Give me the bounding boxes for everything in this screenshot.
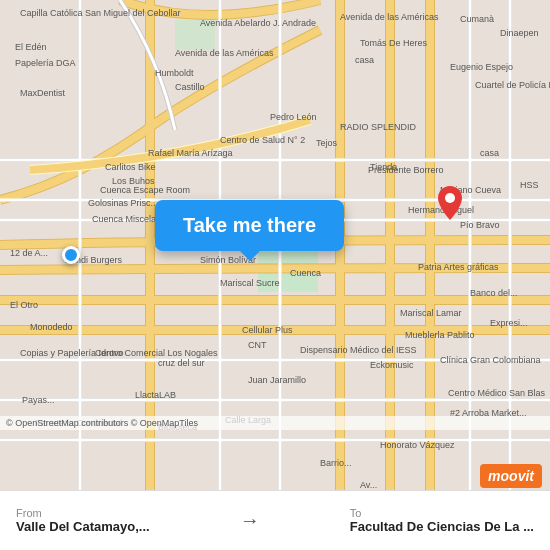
map-container: Capilla Católica San Miguel del Cebollar… [0,0,550,490]
destination-pin [438,186,462,216]
origin-label: From [16,507,150,519]
dest-info: To Facultad De Ciencias De La ... [350,507,534,534]
take-me-there-button[interactable]: Take me there [155,200,344,251]
svg-rect-2 [175,20,215,50]
moovit-logo: moovit [480,464,542,488]
origin-info: From Valle Del Catamayo,... [16,507,150,534]
svg-point-3 [445,193,455,203]
dest-name: Facultad De Ciencias De La ... [350,519,534,534]
origin-name: Valle Del Catamayo,... [16,519,150,534]
dest-label: To [350,507,534,519]
bottom-bar: From Valle Del Catamayo,... → To Faculta… [0,490,550,550]
route-arrow: → [240,509,260,532]
map-attribution: © OpenStreetMap contributors © OpenMapTi… [0,416,550,430]
origin-pin [62,246,80,264]
